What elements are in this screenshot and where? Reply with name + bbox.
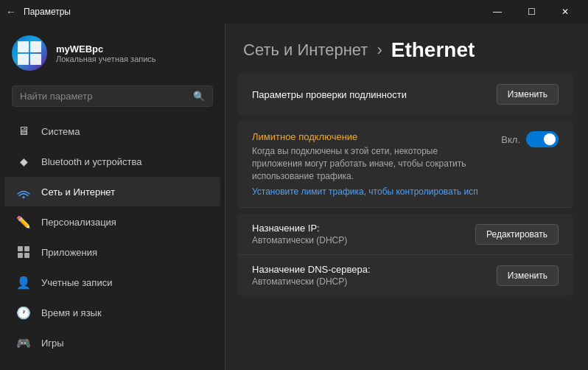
user-info: myWEBpc Локальная учетная запись [56, 43, 156, 63]
sidebar-item-time[interactable]: 🕐 Время и язык [4, 298, 220, 327]
title-bar-controls: — ☐ ✕ [480, 0, 582, 24]
sidebar-item-system[interactable]: 🖥 Система [4, 116, 220, 146]
apps-icon [16, 245, 31, 259]
ip-edit-button[interactable]: Редактировать [475, 224, 559, 245]
user-section: myWEBpc Локальная учетная запись [0, 24, 225, 80]
metered-link[interactable]: Установите лимит трафика, чтобы контроли… [252, 186, 478, 197]
sidebar-item-apps[interactable]: Приложения [4, 237, 220, 267]
time-icon: 🕐 [16, 305, 31, 320]
sidebar-item-games[interactable]: 🎮 Игры [4, 328, 220, 357]
back-icon[interactable]: ← [6, 6, 16, 18]
breadcrumb-parent[interactable]: Сеть и Интернет [243, 41, 368, 60]
sidebar-item-personalization[interactable]: ✏️ Персонализация [4, 207, 220, 237]
search-icon: 🔍 [193, 91, 205, 102]
auth-change-button[interactable]: Изменить [497, 84, 559, 105]
ip-title: Назначение IP: [252, 223, 347, 234]
bluetooth-icon: ◆ [16, 154, 31, 169]
sidebar-item-network-label: Сеть и Интернет [41, 186, 115, 198]
window-title: Параметры [24, 7, 71, 17]
ip-row: Назначение IP: Автоматически (DHCP) Реда… [237, 214, 573, 255]
toggle-label: Вкл. [501, 134, 520, 145]
search-container: 🔍 [0, 80, 225, 116]
games-icon: 🎮 [16, 335, 31, 350]
title-bar-left: ← Параметры [6, 6, 71, 18]
svg-rect-4 [24, 253, 29, 258]
metered-row: Лимитное подключение Когда вы подключены… [237, 121, 573, 208]
nav-list: 🖥 Система ◆ Bluetooth и устройства Сеть … [0, 116, 225, 370]
ip-dns-card: Назначение IP: Автоматически (DHCP) Реда… [237, 214, 573, 296]
search-box: 🔍 [12, 85, 213, 107]
avatar [12, 35, 47, 71]
accounts-icon: 👤 [16, 275, 31, 290]
metered-text: Лимитное подключение Когда вы подключены… [252, 131, 501, 182]
sidebar-item-accounts[interactable]: 👤 Учетные записи [4, 268, 220, 297]
minimize-button[interactable]: — [480, 0, 514, 24]
content-area: Параметры проверки подлинности Изменить … [225, 74, 588, 370]
sidebar: myWEBpc Локальная учетная запись 🔍 🖥 Сис… [0, 24, 225, 370]
sidebar-item-network[interactable]: Сеть и Интернет [4, 177, 220, 206]
close-button[interactable]: ✕ [548, 0, 582, 24]
dns-title: Назначение DNS-сервера: [252, 264, 371, 275]
breadcrumb-separator: › [377, 41, 382, 60]
sidebar-item-games-label: Игры [41, 338, 64, 349]
user-name: myWEBpc [56, 43, 156, 55]
metered-card: Лимитное подключение Когда вы подключены… [237, 121, 573, 208]
toggle-thumb [544, 133, 556, 145]
dns-info: Назначение DNS-сервера: Автоматически (D… [252, 264, 371, 287]
sidebar-item-apps-label: Приложения [41, 247, 97, 258]
svg-point-0 [23, 196, 25, 198]
toggle-track[interactable] [526, 131, 559, 147]
ip-info: Назначение IP: Автоматически (DHCP) [252, 223, 347, 245]
auth-row: Параметры проверки подлинности Изменить [237, 74, 573, 115]
sidebar-item-bluetooth[interactable]: ◆ Bluetooth и устройства [4, 147, 220, 176]
metered-toggle[interactable]: Вкл. [501, 131, 559, 147]
network-icon [16, 184, 31, 199]
auth-card: Параметры проверки подлинности Изменить [237, 74, 573, 115]
search-input[interactable] [20, 91, 187, 102]
dns-row: Назначение DNS-сервера: Автоматически (D… [237, 255, 573, 296]
ip-value: Автоматически (DHCP) [252, 235, 347, 245]
sidebar-item-bluetooth-label: Bluetooth и устройства [41, 156, 141, 167]
maximize-button[interactable]: ☐ [514, 0, 548, 24]
user-account-type: Локальная учетная запись [56, 55, 156, 63]
dns-change-button[interactable]: Изменить [497, 265, 559, 286]
dns-value: Автоматически (DHCP) [252, 276, 371, 287]
sidebar-item-time-label: Время и язык [41, 307, 102, 318]
personalization-icon: ✏️ [16, 214, 31, 229]
metered-description: Когда вы подключены к этой сети, некотор… [252, 145, 486, 182]
auth-label: Параметры проверки подлинности [252, 89, 407, 100]
svg-rect-2 [24, 246, 29, 251]
svg-rect-1 [18, 246, 23, 251]
app-body: myWEBpc Локальная учетная запись 🔍 🖥 Сис… [0, 24, 588, 370]
title-bar: ← Параметры — ☐ ✕ [0, 0, 588, 24]
main-panel: Сеть и Интернет › Ethernet Параметры про… [225, 24, 588, 370]
windows-logo-icon [18, 41, 41, 65]
metered-top: Лимитное подключение Когда вы подключены… [252, 131, 559, 182]
sidebar-item-accounts-label: Учетные записи [41, 277, 112, 288]
sidebar-item-system-label: Система [41, 126, 80, 137]
system-icon: 🖥 [16, 124, 31, 139]
svg-rect-3 [18, 253, 23, 258]
metered-title: Лимитное подключение [252, 131, 486, 142]
page-title: Ethernet [391, 38, 475, 62]
page-header: Сеть и Интернет › Ethernet [225, 24, 588, 74]
sidebar-item-personalization-label: Персонализация [41, 217, 116, 228]
